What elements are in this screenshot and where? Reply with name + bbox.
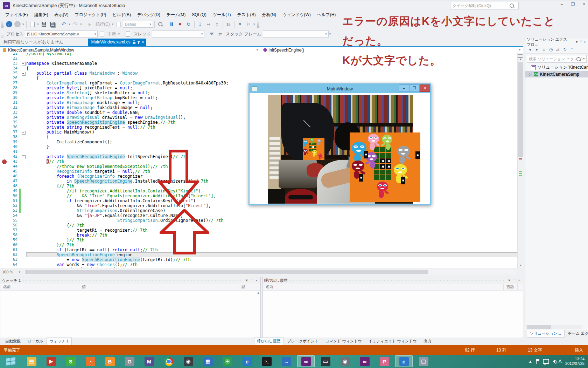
pause-icon[interactable] [168, 20, 176, 28]
chrome-icon[interactable] [160, 355, 177, 367]
scroll-down-icon[interactable]: ▼ [518, 264, 524, 267]
tab-right-1[interactable]: ブレークポイント [284, 338, 322, 345]
overlay-maximize-button[interactable]: ❐ [409, 84, 420, 92]
mainwindow-title-bar[interactable]: MainWindow – ❐ × [250, 84, 430, 93]
step-over-icon[interactable]: ↦ [205, 20, 212, 28]
close-button[interactable]: × [579, 0, 588, 8]
stop-icon[interactable]: ■ [176, 20, 184, 28]
win-app-icon[interactable]: ▢ [415, 355, 432, 367]
chevron-down-icon[interactable]: ▼ [507, 279, 512, 282]
network-icon[interactable] [543, 359, 549, 364]
fold-margin[interactable] [21, 61, 26, 66]
tab-right-0[interactable]: 呼び出し履歴 [254, 338, 284, 345]
solution-search-input[interactable]: 検索 ソリューション エクスプロ ▼ [527, 55, 587, 63]
undo-icon[interactable]: ↶ [60, 20, 68, 28]
m-app-icon[interactable]: M [140, 355, 158, 367]
forward-icon[interactable]: ▸ [534, 47, 540, 52]
visual-studio2-icon[interactable]: ∞ [356, 355, 373, 367]
pending-changes-icon[interactable]: ◷ [548, 47, 554, 52]
chevron-down-icon[interactable]: ▼ [68, 23, 71, 26]
tab-right-2[interactable]: コマンド ウィンドウ [322, 338, 365, 345]
tree-item-0[interactable]: ソリューション 'KinectCamer [525, 64, 588, 71]
start-button[interactable] [0, 355, 22, 368]
save-all-icon[interactable] [48, 20, 56, 28]
callstack-col-1[interactable]: 言語 [504, 284, 518, 290]
scroll-up-icon[interactable]: ▲ [257, 291, 260, 294]
watch-col-2[interactable]: 型 [238, 284, 254, 290]
step-out-icon[interactable]: ↥ [213, 20, 221, 28]
tray-expand-icon[interactable]: ▲ [528, 359, 532, 363]
volume-icon[interactable] [553, 360, 555, 363]
media-player-icon[interactable]: ▶ [42, 355, 60, 367]
camera-app-icon[interactable]: ◉ [180, 355, 197, 367]
menu-item-11[interactable]: ウィンドウ(W) [279, 11, 314, 19]
scroll-up-icon[interactable]: ▲ [518, 57, 524, 61]
tab-right-3[interactable]: イミディエイト ウィンドウ [365, 338, 420, 345]
new-file-icon[interactable] [28, 20, 36, 28]
bookmark-next-icon[interactable]: ⚐ [245, 20, 252, 28]
stack-frame-combo[interactable]: ▼ [263, 30, 329, 38]
close-icon[interactable]: × [254, 279, 259, 282]
menu-item-8[interactable]: ツール(T) [210, 11, 234, 19]
minimize-button[interactable]: – [556, 0, 567, 8]
thread-combo[interactable]: ▼ [152, 30, 204, 38]
firefox-icon[interactable]: ◔ [82, 355, 99, 367]
pin-icon[interactable] [138, 41, 139, 44]
blogger-icon[interactable]: B [101, 355, 119, 367]
find-icon[interactable] [156, 20, 164, 28]
chevron-down-icon[interactable]: ▼ [244, 279, 249, 282]
hscroll-thumb[interactable] [25, 270, 428, 274]
editor-zoom-level[interactable]: 100 % [0, 268, 18, 275]
break-label[interactable]: 中断 [107, 31, 116, 37]
chevron-down-icon[interactable]: ▼ [22, 23, 25, 26]
chevron-down-icon[interactable]: ▼ [79, 23, 83, 26]
menu-item-12[interactable]: ヘルプ(H) [314, 11, 339, 19]
save-icon[interactable] [40, 20, 48, 28]
chevron-down-icon[interactable]: ▼ [575, 40, 579, 44]
watch-col-0[interactable]: 名前 [0, 284, 79, 290]
gray-app-icon[interactable]: G [121, 355, 138, 367]
chevron-down-icon[interactable]: ▼ [36, 23, 40, 26]
editor-vscroll[interactable]: ▲ ▼ [517, 53, 524, 268]
hot-reload-icon[interactable] [115, 20, 122, 28]
sync-icon[interactable]: ⇄ [555, 47, 561, 52]
fold-margin[interactable] [21, 130, 26, 135]
bookmark-icon[interactable]: ⚑ [236, 20, 244, 28]
mainwindow-app[interactable]: MainWindow – ❐ × [248, 83, 431, 205]
close-icon[interactable]: × [517, 279, 522, 282]
vscroll-thumb[interactable] [518, 62, 523, 157]
toolbar-grip[interactable] [257, 21, 259, 28]
explorer-icon[interactable]: ▤ [23, 355, 40, 367]
menu-item-5[interactable]: デバッグ(D) [134, 11, 163, 19]
photo-viewer-icon[interactable]: ▦ [199, 355, 217, 367]
pin-icon[interactable] [249, 279, 254, 282]
tab-no-source[interactable]: 利用可能なソースがありません [0, 39, 67, 46]
overlay-close-button[interactable]: × [420, 84, 430, 92]
back-icon[interactable]: ◂ [527, 47, 533, 52]
menu-item-3[interactable]: プロジェクト(P) [71, 11, 109, 19]
menu-item-9[interactable]: テスト(S) [234, 11, 259, 19]
menu-item-4[interactable]: ビルド(B) [109, 11, 134, 19]
menu-item-7[interactable]: SQL(Q) [189, 11, 209, 19]
watch-col-1[interactable]: 値 [79, 284, 238, 290]
debug-config-combo[interactable]: Debug▼ [123, 21, 153, 28]
ie-icon[interactable]: e [238, 355, 256, 367]
action-center-flag-icon[interactable] [536, 359, 539, 364]
panel-hscroll[interactable] [526, 325, 582, 329]
redo-icon[interactable]: ↷ [71, 20, 79, 28]
chevron-down-icon[interactable]: ▼ [253, 23, 256, 26]
hex-display-icon[interactable]: 16 [225, 20, 232, 28]
chevron-down-icon[interactable]: ▼ [329, 33, 332, 36]
flag-threads-icon[interactable]: ⇄ [216, 30, 224, 38]
watch-body[interactable]: ▲ [0, 291, 260, 338]
camera2-app-icon[interactable]: ◉ [336, 355, 354, 367]
callstack-body[interactable] [263, 291, 523, 338]
refresh-icon[interactable]: ↻ [562, 47, 568, 52]
show-next-statement-icon[interactable]: ↧ [196, 20, 204, 28]
chevron-down-icon[interactable]: ▼ [18, 271, 22, 274]
member-dropdown[interactable]: InitSpeechEngine() ▼ [261, 47, 523, 53]
callstack-col-0[interactable]: 名前 [263, 284, 504, 290]
toolbar-grip[interactable] [1, 21, 4, 28]
breakpoint-indicator[interactable] [2, 159, 7, 164]
fold-margin[interactable] [21, 71, 26, 76]
